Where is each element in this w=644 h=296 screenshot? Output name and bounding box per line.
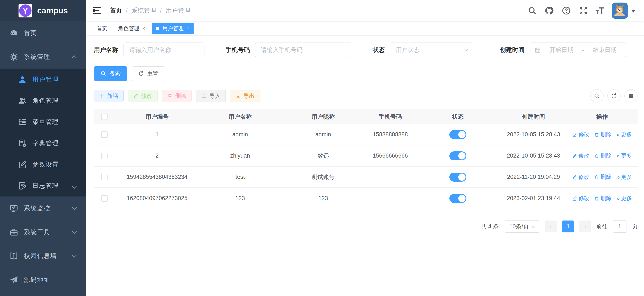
close-icon[interactable]: × — [142, 25, 145, 31]
github-icon[interactable] — [544, 6, 554, 15]
help-icon[interactable] — [561, 6, 571, 15]
row-delete-link[interactable]: 删除 — [594, 152, 612, 159]
upload-icon — [201, 93, 207, 99]
select-all-checkbox[interactable] — [101, 114, 108, 120]
double-arrow-icon: » — [616, 132, 620, 138]
calendar-icon — [534, 47, 541, 53]
page-size-select[interactable]: 10条/页 — [505, 220, 540, 233]
sidebar-item-system-monitor[interactable]: 系统监控 — [0, 196, 86, 220]
sidebar-item-log-mgmt[interactable]: 日志管理 — [0, 175, 86, 196]
table-header-row: 用户编号 用户名称 用户昵称 手机号码 状态 创建时间 操作 — [94, 109, 638, 124]
sidebar-item-label: 菜单管理 — [32, 118, 59, 126]
sidebar-item-source-code[interactable]: 源码地址 — [0, 268, 86, 292]
sidebar-item-system[interactable]: 系统管理 — [0, 45, 86, 69]
search-button[interactable]: 搜索 — [94, 66, 127, 81]
sidebar-item-user-mgmt[interactable]: 用户管理 — [0, 69, 86, 90]
sidebar-item-param-settings[interactable]: 参数设置 — [0, 154, 86, 175]
edit-button[interactable]: 修改 — [128, 90, 158, 102]
pencil-icon — [572, 132, 577, 137]
user-menu[interactable] — [612, 2, 636, 19]
cell-created: 2023-02-01 23:19:44 — [500, 195, 566, 202]
top-navbar: 首页 / 系统管理 / 用户管理 — [86, 0, 644, 21]
status-label: 状态 — [372, 46, 385, 54]
sidebar-item-menu-mgmt[interactable]: 菜单管理 — [0, 111, 86, 133]
status-select[interactable]: 用户状态 — [390, 42, 473, 57]
sidebar-item-label: 系统监控 — [24, 204, 50, 213]
row-delete-link[interactable]: 删除 — [594, 173, 612, 181]
column-header-phone: 手机号码 — [365, 113, 415, 121]
caret-down-icon — [631, 10, 636, 12]
reset-button[interactable]: 重置 — [132, 66, 165, 81]
refresh-table-button[interactable] — [607, 89, 620, 103]
breadcrumb-home[interactable]: 首页 — [110, 6, 122, 15]
date-range-picker[interactable]: 开始日期 - 结束日期 — [530, 42, 626, 57]
status-toggle[interactable] — [449, 151, 466, 160]
tags-view: 首页 角色管理 × 用户管理 × — [86, 21, 644, 36]
prev-page-button[interactable]: ‹ — [545, 221, 557, 232]
show-search-toggle-button[interactable] — [590, 89, 604, 103]
column-header-created: 创建时间 — [500, 113, 566, 121]
user-table: 用户编号 用户名称 用户昵称 手机号码 状态 创建时间 操作 1 admin a… — [94, 109, 638, 209]
fullscreen-icon[interactable] — [578, 6, 588, 15]
delete-button[interactable]: 删除 — [162, 90, 192, 102]
row-edit-link[interactable]: 修改 — [572, 152, 590, 159]
app-logo[interactable]: Y campus — [0, 0, 86, 21]
row-edit-link[interactable]: 修改 — [572, 131, 590, 138]
row-checkbox[interactable] — [101, 153, 108, 159]
sidebar-item-home[interactable]: 首页 — [0, 21, 86, 45]
sidebar-item-dict-mgmt[interactable]: 字典管理 — [0, 133, 86, 154]
open-book-icon — [9, 252, 18, 261]
row-more-link[interactable]: » 更多 — [616, 131, 632, 138]
breadcrumb: 首页 / 系统管理 / 用户管理 — [110, 6, 190, 15]
row-more-link[interactable]: » 更多 — [616, 173, 632, 181]
cell-nickname: 致远 — [281, 152, 365, 160]
column-settings-button[interactable] — [624, 89, 638, 103]
trash-icon — [594, 196, 599, 201]
next-page-button[interactable]: › — [579, 221, 591, 232]
tab-user-mgmt[interactable]: 用户管理 × — [152, 23, 194, 34]
row-checkbox[interactable] — [101, 174, 108, 180]
column-header-user-id: 用户编号 — [115, 113, 199, 121]
header-search-icon[interactable] — [527, 6, 537, 15]
end-date[interactable]: 结束日期 — [588, 46, 621, 54]
page-number-1[interactable]: 1 — [562, 221, 574, 232]
import-button[interactable]: 导入 — [196, 90, 226, 102]
font-size-icon[interactable]: TT — [596, 6, 604, 15]
status-toggle[interactable] — [449, 173, 466, 182]
sidebar-item-campus-wall[interactable]: 校园信息墙 — [0, 244, 86, 268]
goto-page-input[interactable] — [613, 220, 627, 233]
close-icon[interactable]: × — [186, 25, 190, 31]
phone-label: 手机号码 — [225, 46, 250, 54]
row-delete-link[interactable]: 删除 — [594, 195, 612, 202]
trash-icon — [594, 132, 599, 137]
sidebar-item-role-mgmt[interactable]: 角色管理 — [0, 90, 86, 111]
row-more-link[interactable]: » 更多 — [616, 195, 632, 202]
cell-phone: 15888888888 — [365, 131, 415, 138]
sidebar-item-label: 用户管理 — [32, 75, 59, 84]
status-toggle[interactable] — [449, 130, 466, 139]
sidebar-item-system-tools[interactable]: 系统工具 — [0, 220, 86, 244]
export-button[interactable]: 导出 — [230, 90, 260, 102]
sidebar-toggle-button[interactable] — [93, 7, 101, 14]
row-checkbox[interactable] — [101, 195, 108, 202]
avatar[interactable] — [612, 2, 628, 19]
column-header-actions: 操作 — [566, 113, 638, 121]
status-toggle[interactable] — [449, 194, 466, 203]
phone-input[interactable] — [255, 42, 352, 57]
trash-icon — [594, 153, 599, 158]
row-delete-link[interactable]: 删除 — [594, 131, 612, 138]
row-more-link[interactable]: » 更多 — [616, 152, 632, 159]
row-edit-link[interactable]: 修改 — [572, 173, 590, 181]
start-date[interactable]: 开始日期 — [545, 46, 578, 54]
cell-nickname: admin — [281, 131, 365, 138]
tab-role-mgmt[interactable]: 角色管理 × — [114, 23, 149, 34]
row-checkbox[interactable] — [101, 132, 108, 138]
created-label: 创建时间 — [500, 46, 524, 54]
add-button[interactable]: 新增 — [94, 90, 124, 102]
username-input[interactable] — [124, 42, 204, 57]
cell-username: zhiyuan — [199, 152, 281, 159]
row-edit-link[interactable]: 修改 — [572, 195, 590, 202]
table-toolbar: 新增 修改 删除 导入 导出 — [94, 89, 638, 103]
cell-phone: 15666666666 — [365, 152, 415, 159]
tab-home[interactable]: 首页 — [93, 23, 112, 34]
